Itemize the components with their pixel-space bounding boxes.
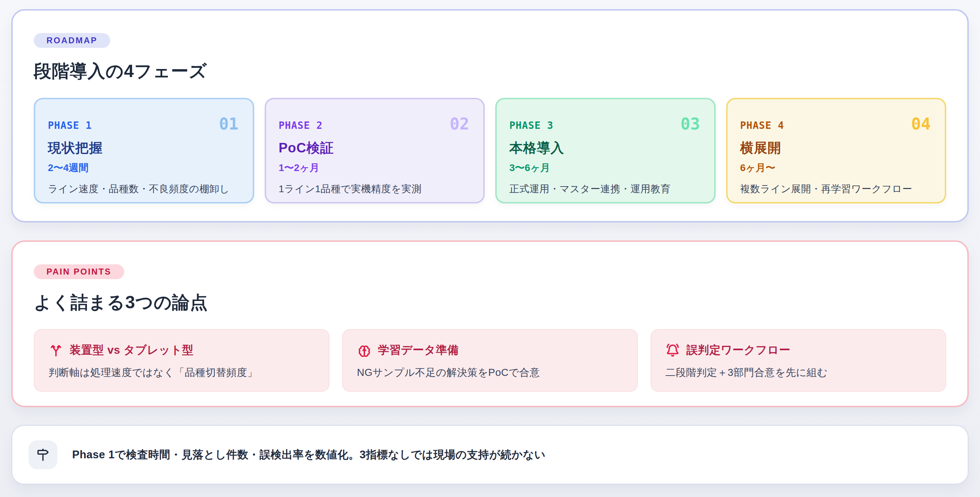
pain-card-misjudgement-workflow: 誤判定ワークフロー 二段階判定＋3部門合意を先に組む: [651, 329, 946, 392]
phase-card-3: PHASE 3 03 本格導入 3〜6ヶ月 正式運用・マスター連携・運用教育: [495, 98, 716, 203]
phase-card-header: PHASE 4 04: [740, 117, 931, 131]
pain-card-header: 学習データ準備: [357, 343, 623, 358]
phase-title: 横展開: [740, 139, 931, 157]
phase-card-header: PHASE 2 02: [279, 117, 469, 131]
phase-label: PHASE 1: [48, 120, 92, 131]
phase-description: 1ライン1品種で実機精度を実測: [279, 182, 469, 196]
phase-title: 現状把握: [48, 139, 239, 157]
phase-title: PoC検証: [279, 139, 469, 157]
brain-icon: [357, 343, 372, 357]
phase-description: 正式運用・マスター連携・運用教育: [509, 182, 700, 196]
bell-ring-icon: [665, 343, 680, 357]
phase-duration: 1〜2ヶ月: [279, 161, 469, 175]
phase-duration: 3〜6ヶ月: [509, 161, 700, 175]
pain-card-description: NGサンプル不足の解決策をPoCで合意: [357, 366, 623, 380]
phase-card-2: PHASE 2 02 PoC検証 1〜2ヶ月 1ライン1品種で実機精度を実測: [265, 98, 485, 203]
phase-card-row: PHASE 1 01 現状把握 2〜4週間 ライン速度・品種数・不良頻度の棚卸し…: [34, 98, 946, 203]
milestone-icon: [35, 447, 50, 462]
phase-number: 02: [450, 117, 469, 131]
phase-label: PHASE 4: [740, 120, 784, 131]
pain-card-title: 誤判定ワークフロー: [686, 343, 791, 358]
phase-description: 複数ライン展開・再学習ワークフロー: [740, 182, 931, 196]
pain-card-training-data: 学習データ準備 NGサンプル不足の解決策をPoCで合意: [342, 329, 638, 392]
pain-points-section: PAIN POINTS よく詰まる3つの論点 装置型 vs タブレット型 判断軸…: [11, 240, 969, 407]
pain-points-heading: よく詰まる3つの論点: [34, 292, 946, 313]
pain-card-device-vs-tablet: 装置型 vs タブレット型 判断軸は処理速度ではなく「品種切替頻度」: [34, 329, 329, 392]
phase-number: 03: [681, 117, 700, 131]
pain-card-title: 装置型 vs タブレット型: [70, 343, 194, 358]
phase-number: 01: [219, 117, 238, 131]
callout-icon-box: [29, 440, 57, 469]
pain-card-description: 判断軸は処理速度ではなく「品種切替頻度」: [49, 366, 315, 380]
phase-card-4: PHASE 4 04 横展開 6ヶ月〜 複数ライン展開・再学習ワークフロー: [726, 98, 947, 203]
pain-points-badge: PAIN POINTS: [34, 264, 124, 279]
phase-label: PHASE 2: [279, 120, 323, 131]
phase-label: PHASE 3: [509, 120, 554, 131]
pain-card-description: 二段階判定＋3部門合意を先に組む: [665, 366, 931, 380]
kpi-callout-bar: Phase 1で検査時間・見落とし件数・誤検出率を数値化。3指標なしでは現場の支…: [11, 425, 969, 485]
phase-title: 本格導入: [509, 139, 700, 157]
phase-card-1: PHASE 1 01 現状把握 2〜4週間 ライン速度・品種数・不良頻度の棚卸し: [34, 98, 254, 203]
split-arrows-icon: [49, 343, 64, 357]
phase-duration: 2〜4週間: [48, 161, 239, 175]
roadmap-badge: ROADMAP: [34, 33, 110, 48]
phase-number: 04: [912, 117, 931, 131]
roadmap-heading: 段階導入の4フェーズ: [34, 61, 946, 82]
callout-text: Phase 1で検査時間・見落とし件数・誤検出率を数値化。3指標なしでは現場の支…: [72, 447, 546, 462]
phase-duration: 6ヶ月〜: [740, 161, 931, 175]
phase-description: ライン速度・品種数・不良頻度の棚卸し: [48, 182, 239, 196]
pain-card-title: 学習データ準備: [378, 343, 459, 358]
pain-card-header: 装置型 vs タブレット型: [49, 343, 315, 358]
pain-card-header: 誤判定ワークフロー: [665, 343, 931, 358]
phase-card-header: PHASE 3 03: [509, 117, 700, 131]
roadmap-section: ROADMAP 段階導入の4フェーズ PHASE 1 01 現状把握 2〜4週間…: [11, 9, 969, 222]
pain-card-row: 装置型 vs タブレット型 判断軸は処理速度ではなく「品種切替頻度」 学習データ…: [34, 329, 946, 392]
phase-card-header: PHASE 1 01: [48, 117, 239, 131]
